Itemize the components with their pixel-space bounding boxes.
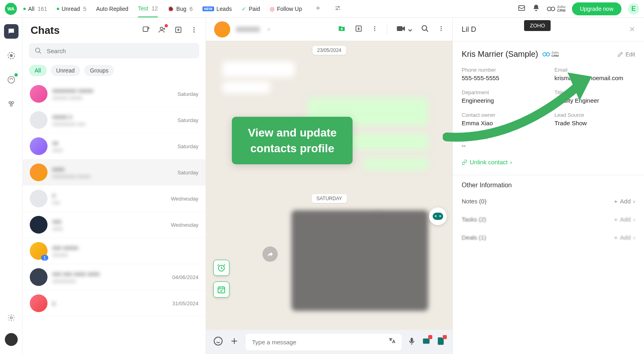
zoho-tooltip: ZOHO (524, 20, 551, 31)
attach-icon[interactable] (229, 336, 239, 348)
inbox-icon[interactable] (518, 4, 526, 14)
inbox-tabs: All161 Unread5 Auto Replied Test12 🐞Bug6… (23, 0, 518, 17)
detail-short-name: Lil D (462, 25, 476, 34)
message-input[interactable] (246, 334, 402, 350)
svg-point-1 (547, 7, 551, 10)
tab-unread[interactable]: Unread5 (57, 1, 87, 17)
new-chat-icon[interactable] (142, 26, 150, 35)
rail-settings-icon[interactable] (4, 311, 19, 325)
video-call-icon[interactable] (396, 25, 412, 34)
add-contact-icon[interactable] (158, 26, 166, 35)
tab-paid[interactable]: ✓Paid (242, 1, 260, 17)
conv-more-icon[interactable] (438, 25, 444, 33)
svg-point-8 (10, 317, 12, 319)
svg-point-10 (160, 27, 163, 30)
rail-communities-icon[interactable] (4, 97, 19, 111)
add-deal-button[interactable]: + Add › (614, 234, 635, 241)
message-bubble[interactable] (364, 158, 428, 170)
quick-reply-icon[interactable] (422, 337, 431, 347)
filter-all[interactable]: All (29, 65, 47, 76)
svg-rect-0 (519, 6, 525, 10)
app-logo[interactable]: WA (5, 3, 17, 15)
section-deals[interactable]: Deals (1) + Add › (453, 228, 644, 246)
edit-button[interactable]: Edit (617, 51, 635, 58)
section-notes[interactable]: Notes (0) + Add › (453, 192, 644, 210)
add-tab-button[interactable] (312, 5, 324, 13)
rail-status-icon[interactable] (4, 48, 19, 63)
chat-item[interactable]: xxxxxxxx xxxxxxxxxxx xxxxx Saturday (23, 81, 206, 107)
chat-item[interactable]: 1 xxx xxxxxxxxxxx (23, 238, 206, 264)
description-field: Description-- (462, 135, 543, 149)
tab-bug[interactable]: 🐞Bug6 (167, 1, 193, 17)
chats-menu-icon[interactable] (190, 26, 198, 35)
tab-leads[interactable]: NEWLeads (202, 1, 232, 17)
chat-time: 04/06/2024 (172, 274, 198, 280)
search-input[interactable] (47, 48, 194, 54)
close-icon[interactable]: ✕ (629, 25, 635, 34)
calendar-fab-icon[interactable] (213, 282, 229, 298)
chat-avatar (30, 268, 47, 286)
chat-item[interactable]: xxx xxx xxxx xxxxxxxxxxxxx 04/06/2024 (23, 264, 206, 290)
crm-integration-icon[interactable]: ZohoCRM (547, 5, 566, 12)
date-divider: 23/05/2024 (312, 46, 346, 55)
conversation-avatar[interactable] (214, 21, 230, 37)
svg-point-13 (194, 29, 195, 30)
chat-item[interactable]: xxxxxxx Wednesday (23, 212, 206, 238)
top-bar: WA All161 Unread5 Auto Replied Test12 🐞B… (0, 0, 644, 18)
reminder-fab-icon[interactable] (213, 260, 229, 276)
filter-groups[interactable]: Groups (84, 65, 114, 76)
search-box[interactable] (29, 43, 199, 58)
email-field: Emailkrismarrier@noemail.com (555, 67, 636, 81)
conversation-name[interactable] (236, 27, 260, 32)
tab-test[interactable]: Test12 (138, 0, 158, 17)
owner-field: Contact ownerEmma Xiao (462, 112, 543, 126)
add-task-button[interactable]: + Add › (614, 216, 635, 223)
unlink-contact-link[interactable]: Unlink contact › (462, 159, 512, 166)
add-note-button[interactable]: + Add › (614, 198, 635, 205)
svg-rect-20 (397, 26, 402, 31)
download-icon[interactable] (355, 25, 363, 34)
upgrade-button[interactable]: Upgrade now (572, 2, 621, 15)
tab-follow-up[interactable]: ◎Follow Up (270, 1, 302, 17)
section-tasks[interactable]: Tasks (2) + Add › (453, 210, 644, 228)
message-bubble[interactable] (222, 81, 270, 93)
filter-unread[interactable]: Unread (51, 65, 80, 76)
chat-time: Saturday (178, 143, 198, 149)
message-bubble[interactable] (222, 61, 295, 77)
rail-chats-icon[interactable] (4, 24, 19, 39)
forward-icon[interactable] (262, 246, 278, 262)
other-info-heading: Other Information (453, 175, 644, 192)
tabs-settings-icon[interactable] (334, 4, 341, 13)
filter-row: All Unread Groups (23, 62, 206, 81)
template-icon[interactable] (436, 337, 445, 347)
chat-item[interactable]: xxxxx xxxxxxxxxx xxx Saturday (23, 107, 206, 133)
new-group-icon[interactable] (174, 26, 182, 35)
rail-profile-avatar[interactable] (5, 333, 18, 346)
tab-auto-replied[interactable]: Auto Replied (96, 1, 128, 17)
bot-assistant-icon[interactable] (429, 207, 447, 225)
chat-item[interactable]: xxxxxxxxxxxxx xxxxx Saturday (23, 159, 206, 186)
svg-point-5 (9, 101, 11, 104)
emoji-icon[interactable] (213, 336, 223, 348)
add-folder-icon[interactable] (338, 25, 346, 34)
bell-icon[interactable] (532, 4, 540, 14)
conversation-header: ○ (206, 18, 452, 41)
conv-menu-icon[interactable] (372, 25, 378, 33)
mic-icon[interactable] (407, 337, 416, 347)
message-composer (206, 330, 452, 354)
translate-icon[interactable] (388, 337, 396, 347)
svg-point-4 (10, 54, 12, 57)
tab-all[interactable]: All161 (23, 1, 47, 17)
contact-full-name: Kris Marrier (Sample) ZohoCRM (462, 50, 559, 59)
conversation-pane: ○ 23/05/2024 (206, 18, 452, 354)
media-message[interactable] (291, 210, 428, 311)
user-avatar[interactable]: E (628, 3, 639, 14)
chat-item[interactable]: xxxxxx Saturday (23, 133, 206, 159)
chat-list: xxxxxxxx xxxxxxxxxxx xxxxx Saturday xxxx… (23, 81, 206, 354)
left-rail (0, 18, 23, 354)
chat-item[interactable]: xxxx Wednesday (23, 186, 206, 212)
chat-avatar (30, 190, 47, 207)
search-conv-icon[interactable] (421, 25, 429, 34)
rail-channels-icon[interactable] (4, 72, 19, 87)
chat-item[interactable]: x 31/05/2024 (23, 290, 206, 317)
